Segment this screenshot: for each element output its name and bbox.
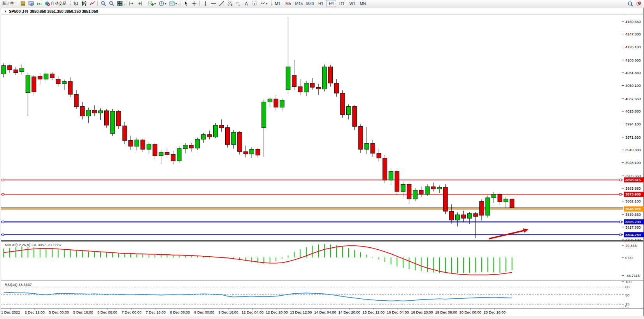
cursor-button[interactable] [182, 0, 190, 7]
price-tick-label: 4081.880 [625, 70, 641, 75]
stack-icon [20, 1, 26, 6]
time-tick-label: 5 Dec 00:00 [49, 310, 69, 314]
chevron-down-icon[interactable]: ▾ [165, 2, 167, 5]
hline-icon [211, 1, 216, 6]
svg-text:E: E [231, 4, 232, 6]
price-tick-label: 4060.100 [625, 83, 641, 88]
toolbar-separator [199, 1, 200, 6]
price-tick-label: 4126.100 [625, 45, 641, 49]
addchart-icon [148, 1, 154, 6]
add-indicator-button[interactable]: ▾ [147, 0, 157, 7]
autotrade-button[interactable]: 自动交易 [44, 0, 68, 7]
toolbar-grip [270, 1, 272, 6]
signals-button[interactable] [35, 0, 43, 7]
zoom-out-button[interactable] [108, 0, 116, 7]
tf-mn[interactable]: MN [358, 0, 368, 7]
search-button[interactable] [626, 0, 634, 7]
candle-chart-button[interactable] [80, 0, 88, 7]
notifications-button[interactable]: 1 [635, 0, 642, 7]
time-tick-label: 14 Dec 04:00 [314, 310, 336, 314]
price-tick-label: 4103.660 [625, 58, 641, 62]
magnifier-icon [628, 1, 633, 7]
templates-button[interactable]: ▾ [168, 0, 178, 7]
new-order-button-label: 新订单 [2, 1, 14, 6]
fibonacci-button[interactable]: F [234, 0, 242, 7]
chevron-down-icon[interactable]: ▾ [175, 2, 177, 5]
macd-tick-label: -44.7116 [625, 273, 640, 278]
tf-m30-label: M30 [306, 2, 314, 6]
tf-d1[interactable]: D1 [337, 0, 347, 7]
price-badge-label: 3898.615 [625, 178, 641, 182]
autoscroll-icon [129, 1, 134, 6]
cursor-icon [183, 1, 189, 6]
time-tick-label: 9 Dec 16:00 [218, 310, 238, 314]
crosshair-button[interactable] [190, 0, 198, 7]
time-tick-label: 12 Dec 20:00 [266, 310, 288, 314]
tf-m5[interactable]: M5 [283, 0, 293, 7]
periods-button[interactable]: ▾ [158, 0, 168, 7]
chevron-down-icon[interactable]: ▾ [266, 2, 268, 5]
crosshair-icon [191, 1, 197, 6]
terminal-button[interactable] [27, 0, 35, 7]
time-tick-label: 2 Dec 12:00 [25, 310, 45, 314]
rsi-tick-label: 80 [625, 285, 630, 289]
toolbar-separator [17, 1, 18, 6]
chevron-down-icon[interactable]: ▾ [154, 2, 156, 5]
collapse-chart-icon[interactable]: ▼ [4, 10, 7, 13]
candles-icon [81, 1, 87, 6]
rsi-tick-label: 0 [625, 304, 627, 308]
new-order-button[interactable]: 新订单 [1, 0, 16, 7]
tf-m30[interactable]: M30 [305, 0, 315, 7]
time-tick-label: 7 Dec 00:00 [121, 310, 141, 314]
rsi-tick-label: 50 [625, 293, 630, 297]
chart-shift-button[interactable] [136, 0, 144, 7]
price-tick-label: 3971.660 [625, 135, 641, 139]
time-tick-label: 13 Dec 12:00 [290, 310, 312, 314]
text-button[interactable]: A [242, 0, 250, 7]
svg-text:1: 1 [639, 2, 641, 5]
tf-h1-label: H1 [318, 2, 324, 6]
clock-icon [159, 1, 164, 6]
time-tick-label: 15 Dec 12:00 [363, 310, 385, 314]
trendline-button[interactable] [218, 0, 226, 7]
time-tick-label: 7 Dec 16:00 [146, 310, 166, 314]
macd-tick-label: 0.00 [625, 256, 633, 260]
tf-mn-label: MN [360, 2, 367, 6]
template-icon [169, 1, 175, 6]
textA-icon: A [244, 1, 249, 6]
layers-button[interactable] [19, 0, 27, 7]
bar-chart-button[interactable] [72, 0, 80, 7]
line-chart-button[interactable] [88, 0, 96, 7]
tf-d1-label: D1 [339, 2, 345, 6]
price-tick-label: 4147.880 [625, 32, 641, 36]
equidistant-channel-button[interactable]: E [226, 0, 234, 7]
vline-button[interactable] [202, 0, 209, 7]
tf-h1[interactable]: H1 [316, 0, 326, 7]
hline-button[interactable] [210, 0, 218, 7]
vline-icon [203, 1, 208, 6]
tf-h4[interactable]: H4 [326, 0, 336, 7]
tile-windows-button[interactable] [116, 0, 124, 7]
zoomout-icon [109, 1, 114, 6]
price-badge-label: 3873.988 [625, 192, 641, 196]
tf-m15-label: M15 [295, 2, 303, 6]
macd-label: MACD(12,26,9) -31.3957 -37.0387 [5, 243, 61, 247]
auto-scroll-button[interactable] [128, 0, 135, 7]
toolbar: 新订单自动交易▾▾▾EFAT▾M1M5M15M30H1H4D1W1MN1 [0, 0, 644, 7]
time-tick-label: 14 Dec 20:00 [339, 310, 361, 314]
toolbar-grip [125, 1, 126, 6]
tf-m15[interactable]: M15 [294, 0, 304, 7]
autotrade-button-label: 自动交易 [51, 1, 67, 6]
toolbar-separator [97, 1, 98, 6]
zoom-in-button[interactable] [100, 0, 107, 7]
tf-w1[interactable]: W1 [347, 0, 357, 7]
time-tick-label: 19 Dec 08:00 [435, 310, 457, 314]
labelT-icon: T [252, 1, 257, 6]
tf-m1[interactable]: M1 [273, 0, 283, 7]
arrows-button[interactable]: ▾ [259, 0, 269, 7]
time-tick-label: 9 Dec 00:00 [194, 310, 214, 314]
price-tick-label: 4169.660 [625, 19, 641, 24]
text-label-button[interactable]: T [251, 0, 258, 7]
trendline-icon [219, 1, 225, 6]
toolbar-grip [179, 1, 181, 6]
